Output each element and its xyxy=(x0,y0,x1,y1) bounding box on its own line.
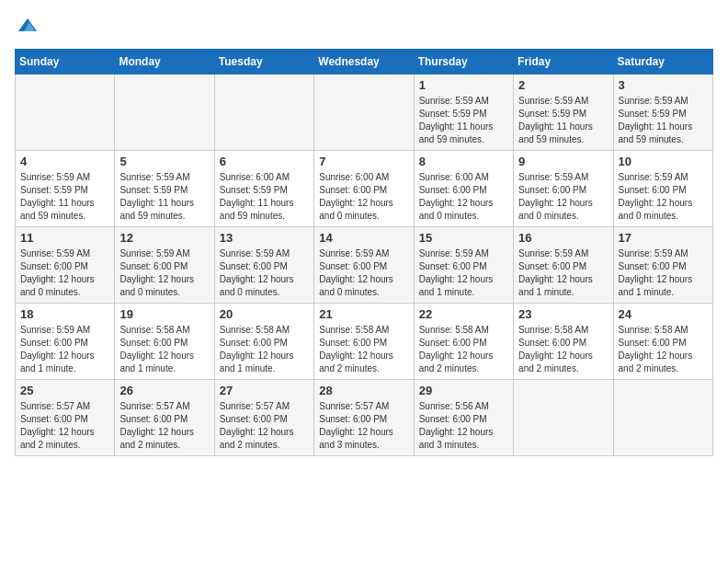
cell-content: Sunrise: 5:59 AM Sunset: 6:00 PM Dayligh… xyxy=(319,247,408,299)
cell-content: Sunrise: 5:57 AM Sunset: 6:00 PM Dayligh… xyxy=(319,400,408,452)
calendar-week-5: 25Sunrise: 5:57 AM Sunset: 6:00 PM Dayli… xyxy=(16,380,713,456)
cell-content: Sunrise: 5:56 AM Sunset: 6:00 PM Dayligh… xyxy=(419,400,508,452)
cell-content: Sunrise: 5:59 AM Sunset: 6:00 PM Dayligh… xyxy=(20,247,109,299)
cell-content: Sunrise: 5:59 AM Sunset: 6:00 PM Dayligh… xyxy=(20,324,109,375)
cell-content: Sunrise: 5:57 AM Sunset: 6:00 PM Dayligh… xyxy=(220,400,309,452)
calendar-cell xyxy=(514,380,613,456)
day-number: 12 xyxy=(119,231,209,245)
cell-content: Sunrise: 6:00 AM Sunset: 6:00 PM Dayligh… xyxy=(319,171,408,223)
day-number: 28 xyxy=(319,384,408,397)
calendar-cell: 2Sunrise: 5:59 AM Sunset: 5:59 PM Daylig… xyxy=(514,75,613,151)
day-number: 2 xyxy=(518,78,608,92)
calendar-cell: 28Sunrise: 5:57 AM Sunset: 6:00 PM Dayli… xyxy=(314,380,414,456)
calendar-cell: 25Sunrise: 5:57 AM Sunset: 6:00 PM Dayli… xyxy=(16,380,115,456)
day-number: 4 xyxy=(20,155,109,168)
calendar-table: SundayMondayTuesdayWednesdayThursdayFrid… xyxy=(15,49,713,456)
cell-content: Sunrise: 5:59 AM Sunset: 5:59 PM Dayligh… xyxy=(20,171,109,223)
header-sunday: Sunday xyxy=(16,50,115,75)
day-number: 26 xyxy=(119,384,209,397)
calendar-cell: 21Sunrise: 5:58 AM Sunset: 6:00 PM Dayli… xyxy=(314,304,414,380)
calendar-cell: 1Sunrise: 5:59 AM Sunset: 5:59 PM Daylig… xyxy=(414,75,513,151)
calendar-week-2: 4Sunrise: 5:59 AM Sunset: 5:59 PM Daylig… xyxy=(16,151,713,227)
day-number: 14 xyxy=(319,231,408,245)
day-number: 20 xyxy=(220,307,309,321)
day-number: 6 xyxy=(220,155,309,168)
header-monday: Monday xyxy=(115,50,214,75)
cell-content: Sunrise: 5:58 AM Sunset: 6:00 PM Dayligh… xyxy=(119,324,209,375)
calendar-cell: 7Sunrise: 6:00 AM Sunset: 6:00 PM Daylig… xyxy=(314,151,414,227)
cell-content: Sunrise: 5:57 AM Sunset: 6:00 PM Dayligh… xyxy=(119,400,209,452)
calendar-cell: 9Sunrise: 5:59 AM Sunset: 6:00 PM Daylig… xyxy=(514,151,613,227)
calendar-cell xyxy=(613,380,712,456)
calendar-cell: 22Sunrise: 5:58 AM Sunset: 6:00 PM Dayli… xyxy=(414,304,513,380)
header xyxy=(15,15,713,41)
calendar-cell: 13Sunrise: 5:59 AM Sunset: 6:00 PM Dayli… xyxy=(214,227,313,304)
calendar-week-3: 11Sunrise: 5:59 AM Sunset: 6:00 PM Dayli… xyxy=(16,227,713,304)
day-number: 21 xyxy=(319,307,408,321)
day-number: 19 xyxy=(119,307,209,321)
day-number: 5 xyxy=(119,155,209,168)
calendar-cell: 29Sunrise: 5:56 AM Sunset: 6:00 PM Dayli… xyxy=(414,380,513,456)
calendar-cell: 3Sunrise: 5:59 AM Sunset: 5:59 PM Daylig… xyxy=(613,75,712,151)
calendar-cell: 12Sunrise: 5:59 AM Sunset: 6:00 PM Dayli… xyxy=(115,227,214,304)
calendar-cell: 10Sunrise: 5:59 AM Sunset: 6:00 PM Dayli… xyxy=(613,151,712,227)
header-saturday: Saturday xyxy=(613,50,712,75)
calendar-cell: 24Sunrise: 5:58 AM Sunset: 6:00 PM Dayli… xyxy=(613,304,712,380)
day-number: 23 xyxy=(518,307,608,321)
header-tuesday: Tuesday xyxy=(214,50,313,75)
calendar-week-4: 18Sunrise: 5:59 AM Sunset: 6:00 PM Dayli… xyxy=(16,304,713,380)
calendar-week-1: 1Sunrise: 5:59 AM Sunset: 5:59 PM Daylig… xyxy=(16,75,713,151)
cell-content: Sunrise: 5:59 AM Sunset: 6:00 PM Dayligh… xyxy=(619,171,708,223)
calendar-cell: 20Sunrise: 5:58 AM Sunset: 6:00 PM Dayli… xyxy=(214,304,313,380)
day-number: 7 xyxy=(319,155,408,168)
day-number: 8 xyxy=(419,155,508,168)
calendar-cell xyxy=(115,75,214,151)
cell-content: Sunrise: 5:58 AM Sunset: 6:00 PM Dayligh… xyxy=(220,324,309,375)
day-number: 3 xyxy=(619,78,708,92)
day-number: 16 xyxy=(518,231,608,245)
cell-content: Sunrise: 5:59 AM Sunset: 5:59 PM Dayligh… xyxy=(518,95,608,146)
calendar-cell: 27Sunrise: 5:57 AM Sunset: 6:00 PM Dayli… xyxy=(214,380,313,456)
cell-content: Sunrise: 5:59 AM Sunset: 5:59 PM Dayligh… xyxy=(119,171,209,223)
cell-content: Sunrise: 5:59 AM Sunset: 5:59 PM Dayligh… xyxy=(419,95,508,146)
cell-content: Sunrise: 5:59 AM Sunset: 5:59 PM Dayligh… xyxy=(619,95,708,146)
day-number: 22 xyxy=(419,307,508,321)
cell-content: Sunrise: 5:58 AM Sunset: 6:00 PM Dayligh… xyxy=(619,324,708,375)
calendar-cell xyxy=(214,75,313,151)
logo xyxy=(15,15,39,41)
calendar-cell: 6Sunrise: 6:00 AM Sunset: 5:59 PM Daylig… xyxy=(214,151,313,227)
calendar-cell: 15Sunrise: 5:59 AM Sunset: 6:00 PM Dayli… xyxy=(414,227,513,304)
calendar-header-row: SundayMondayTuesdayWednesdayThursdayFrid… xyxy=(16,50,713,75)
day-number: 13 xyxy=(220,231,309,245)
cell-content: Sunrise: 5:58 AM Sunset: 6:00 PM Dayligh… xyxy=(518,324,608,375)
calendar-cell: 23Sunrise: 5:58 AM Sunset: 6:00 PM Dayli… xyxy=(514,304,613,380)
day-number: 18 xyxy=(20,307,109,321)
calendar-cell: 16Sunrise: 5:59 AM Sunset: 6:00 PM Dayli… xyxy=(514,227,613,304)
cell-content: Sunrise: 5:59 AM Sunset: 6:00 PM Dayligh… xyxy=(419,247,508,299)
day-number: 11 xyxy=(20,231,109,245)
cell-content: Sunrise: 5:59 AM Sunset: 6:00 PM Dayligh… xyxy=(220,247,309,299)
calendar-cell: 26Sunrise: 5:57 AM Sunset: 6:00 PM Dayli… xyxy=(115,380,214,456)
day-number: 29 xyxy=(419,384,508,397)
header-thursday: Thursday xyxy=(414,50,513,75)
calendar-cell: 19Sunrise: 5:58 AM Sunset: 6:00 PM Dayli… xyxy=(115,304,214,380)
calendar-cell: 4Sunrise: 5:59 AM Sunset: 5:59 PM Daylig… xyxy=(16,151,115,227)
calendar-cell: 11Sunrise: 5:59 AM Sunset: 6:00 PM Dayli… xyxy=(16,227,115,304)
day-number: 10 xyxy=(619,155,708,168)
day-number: 9 xyxy=(518,155,608,168)
day-number: 24 xyxy=(619,307,708,321)
day-number: 27 xyxy=(220,384,309,397)
cell-content: Sunrise: 5:58 AM Sunset: 6:00 PM Dayligh… xyxy=(419,324,508,375)
cell-content: Sunrise: 5:58 AM Sunset: 6:00 PM Dayligh… xyxy=(319,324,408,375)
cell-content: Sunrise: 5:59 AM Sunset: 6:00 PM Dayligh… xyxy=(619,247,708,299)
calendar-cell: 18Sunrise: 5:59 AM Sunset: 6:00 PM Dayli… xyxy=(16,304,115,380)
cell-content: Sunrise: 5:57 AM Sunset: 6:00 PM Dayligh… xyxy=(20,400,109,452)
calendar-cell xyxy=(16,75,115,151)
calendar-cell: 17Sunrise: 5:59 AM Sunset: 6:00 PM Dayli… xyxy=(613,227,712,304)
cell-content: Sunrise: 5:59 AM Sunset: 6:00 PM Dayligh… xyxy=(518,247,608,299)
calendar-cell: 5Sunrise: 5:59 AM Sunset: 5:59 PM Daylig… xyxy=(115,151,214,227)
calendar-cell: 14Sunrise: 5:59 AM Sunset: 6:00 PM Dayli… xyxy=(314,227,414,304)
cell-content: Sunrise: 6:00 AM Sunset: 5:59 PM Dayligh… xyxy=(220,171,309,223)
day-number: 25 xyxy=(20,384,109,397)
cell-content: Sunrise: 5:59 AM Sunset: 6:00 PM Dayligh… xyxy=(119,247,209,299)
